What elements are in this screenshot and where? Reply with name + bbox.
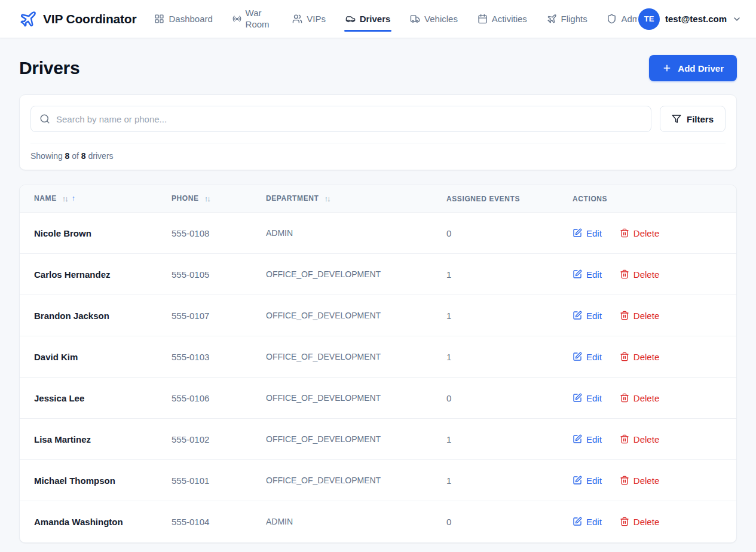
driver-assigned-events: 0 [446, 501, 573, 542]
radio-signal-icon [232, 14, 241, 23]
driver-phone: 555-0103 [172, 336, 266, 378]
driver-department: OFFICE_OF_DEVELOPMENT [266, 378, 446, 419]
add-driver-button[interactable]: Add Driver [649, 55, 737, 81]
trash-icon [620, 476, 629, 485]
plane-icon [547, 14, 557, 24]
truck-icon [410, 14, 420, 24]
delete-button[interactable]: Delete [620, 476, 659, 486]
column-header-phone[interactable]: PHONE↑↓ [172, 185, 266, 213]
search-box [30, 106, 651, 132]
edit-button[interactable]: Edit [573, 517, 602, 527]
nav-label: Activities [492, 14, 527, 24]
sort-icon[interactable]: ↑↓ [62, 194, 68, 203]
nav-item-vehicles[interactable]: Vehicles [410, 0, 458, 38]
driver-assigned-events: 1 [446, 336, 573, 378]
main-nav: Dashboard War Room VIPs Drivers Vehicles… [154, 0, 647, 38]
search-icon [39, 114, 50, 124]
table-row: Brandon Jackson 555-0107 OFFICE_OF_DEVEL… [20, 295, 736, 336]
driver-assigned-events: 1 [446, 295, 573, 336]
page-header: Drivers Add Driver [19, 55, 737, 81]
trash-icon [620, 352, 629, 361]
nav-label: VIPs [307, 14, 326, 24]
driver-name: Lisa Martinez [20, 419, 172, 460]
search-row: Filters [20, 95, 736, 143]
driver-assigned-events: 0 [446, 213, 573, 254]
delete-button[interactable]: Delete [620, 434, 659, 444]
driver-department: ADMIN [266, 501, 446, 542]
column-header-department[interactable]: DEPARTMENT↑↓ [266, 185, 446, 213]
filters-label: Filters [687, 114, 714, 124]
delete-button[interactable]: Delete [620, 517, 659, 527]
driver-phone: 555-0105 [172, 254, 266, 295]
users-icon [292, 14, 302, 24]
user-menu[interactable]: TE test@test.com [638, 8, 742, 30]
nav-item-drivers[interactable]: Drivers [345, 0, 391, 38]
dashboard-grid-icon [154, 14, 164, 24]
driver-department: OFFICE_OF_DEVELOPMENT [266, 336, 446, 378]
trash-icon [620, 311, 629, 320]
edit-pen-icon [573, 228, 582, 238]
summary-total-count: 8 [81, 151, 86, 161]
page-title: Drivers [19, 58, 79, 78]
edit-pen-icon [573, 352, 582, 361]
edit-button[interactable]: Edit [573, 393, 602, 403]
brand-name: VIP Coordinator [43, 12, 136, 26]
edit-pen-icon [573, 517, 582, 526]
search-input[interactable] [56, 114, 642, 124]
column-header-name[interactable]: NAME↑↓↑ [20, 185, 172, 213]
filters-button[interactable]: Filters [660, 106, 726, 132]
edit-pen-icon [573, 393, 582, 403]
delete-button[interactable]: Delete [620, 393, 659, 403]
table-row: Amanda Washington 555-0104 ADMIN 0 Edit … [20, 501, 736, 542]
edit-pen-icon [573, 311, 582, 320]
driver-name: Michael Thompson [20, 460, 172, 501]
driver-department: OFFICE_OF_DEVELOPMENT [266, 295, 446, 336]
driver-department: ADMIN [266, 213, 446, 254]
driver-name: David Kim [20, 336, 172, 378]
search-card: Filters Showing 8 of 8 drivers [19, 94, 737, 170]
column-header-actions: ACTIONS [573, 185, 736, 213]
nav-item-dashboard[interactable]: Dashboard [154, 0, 212, 38]
driver-assigned-events: 0 [446, 378, 573, 419]
filter-funnel-icon [672, 114, 681, 124]
delete-button[interactable]: Delete [620, 311, 659, 321]
trash-icon [620, 269, 629, 279]
nav-item-activities[interactable]: Activities [478, 0, 527, 38]
delete-button[interactable]: Delete [620, 269, 659, 280]
driver-name: Amanda Washington [20, 501, 172, 542]
brand: VIP Coordinator [19, 10, 136, 28]
sort-icon[interactable]: ↑↓ [324, 194, 329, 203]
driver-phone: 555-0106 [172, 378, 266, 419]
edit-button[interactable]: Edit [573, 269, 602, 280]
summary-shown-count: 8 [65, 151, 70, 161]
trash-icon [620, 393, 629, 403]
delete-button[interactable]: Delete [620, 228, 659, 238]
table-row: Michael Thompson 555-0101 OFFICE_OF_DEVE… [20, 460, 736, 501]
nav-item-flights[interactable]: Flights [547, 0, 587, 38]
nav-label: War Room [246, 8, 273, 30]
driver-name: Carlos Hernandez [20, 254, 172, 295]
car-icon [345, 14, 356, 24]
table-header-row: NAME↑↓↑ PHONE↑↓ DEPARTMENT↑↓ ASSIGNED EV… [20, 185, 736, 213]
edit-pen-icon [573, 269, 582, 279]
edit-pen-icon [573, 476, 582, 485]
summary-showing: Showing [30, 151, 63, 161]
column-header-assigned-events: ASSIGNED EVENTS [446, 185, 573, 213]
delete-button[interactable]: Delete [620, 352, 659, 362]
driver-department: OFFICE_OF_DEVELOPMENT [266, 419, 446, 460]
nav-item-vips[interactable]: VIPs [292, 0, 326, 38]
sort-icon[interactable]: ↑↓ [204, 194, 210, 203]
edit-button[interactable]: Edit [573, 434, 602, 444]
edit-button[interactable]: Edit [573, 228, 602, 238]
nav-item-war-room[interactable]: War Room [232, 0, 273, 38]
edit-button[interactable]: Edit [573, 311, 602, 321]
driver-phone: 555-0102 [172, 419, 266, 460]
driver-assigned-events: 1 [446, 254, 573, 295]
edit-button[interactable]: Edit [573, 352, 602, 362]
driver-phone: 555-0107 [172, 295, 266, 336]
driver-phone: 555-0104 [172, 501, 266, 542]
results-summary: Showing 8 of 8 drivers [30, 143, 726, 170]
edit-button[interactable]: Edit [573, 476, 602, 486]
drivers-table: NAME↑↓↑ PHONE↑↓ DEPARTMENT↑↓ ASSIGNED EV… [20, 185, 736, 542]
driver-assigned-events: 1 [446, 460, 573, 501]
